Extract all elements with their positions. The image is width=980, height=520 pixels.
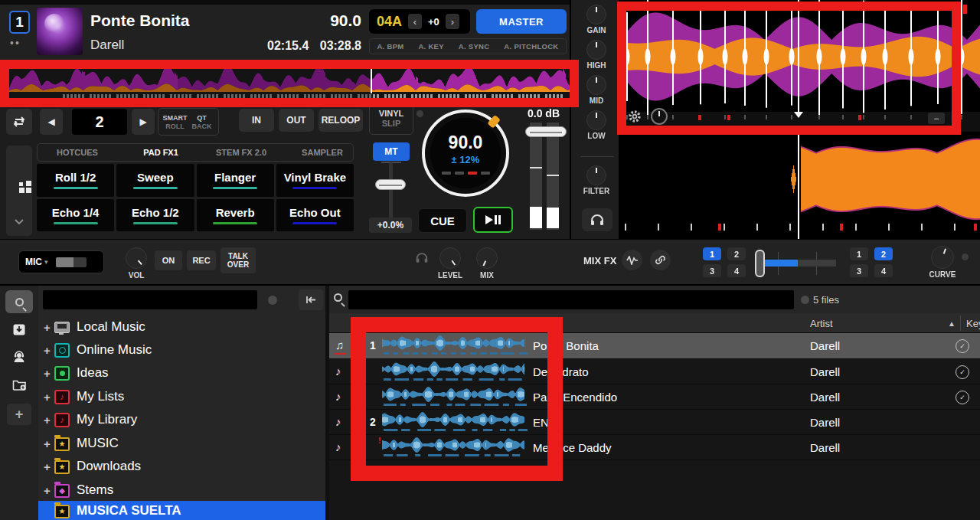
smart-roll-toggle[interactable]: SMART [163, 114, 188, 122]
pfl-headphones-button[interactable] [582, 208, 612, 231]
loop-button[interactable] [6, 109, 32, 135]
bpm-value[interactable]: 90.0 [291, 11, 361, 30]
crossfader-left-deck3[interactable]: 3 [703, 264, 721, 277]
check-icon[interactable]: ✓ [956, 391, 969, 404]
grid-view-icon[interactable] [19, 181, 31, 193]
track-row-me-dice-daddy[interactable]: ♪ ! Me Dice Daddy Darell [329, 435, 980, 460]
zoom-knob[interactable] [651, 108, 668, 125]
crossfader-right-deck2[interactable]: 2 [874, 247, 893, 260]
sidebar-item-my-lists[interactable]: + ♪ My Lists [38, 385, 325, 408]
back-button[interactable] [299, 289, 323, 310]
crossfader-right-deck4[interactable]: 4 [874, 264, 893, 277]
downloads-button[interactable] [5, 318, 33, 341]
pad-reverb[interactable]: Reverb [197, 199, 274, 232]
auto-bpm-toggle[interactable]: A. BPM [377, 42, 403, 51]
filter-knob[interactable] [586, 165, 606, 185]
talkover-button[interactable]: TALKOVER [220, 247, 256, 273]
time-display[interactable]: 02:15.4 03:28.8 [222, 39, 361, 53]
pitch-fader-handle[interactable] [375, 179, 406, 190]
column-artist[interactable]: Artist [810, 318, 833, 329]
chevron-down-icon[interactable] [15, 219, 24, 224]
mt-button[interactable]: MT [373, 142, 410, 161]
loop-in-button[interactable]: IN [239, 109, 274, 132]
qt-back-toggle-line2[interactable]: BACK [192, 123, 212, 130]
mixfx-wave-button[interactable] [622, 250, 642, 270]
sidebar-item-local-music[interactable]: + Local Music [38, 316, 325, 338]
sidebar-item-my-library[interactable]: + ♪ My Library [38, 408, 325, 431]
crossfader-handle[interactable] [755, 250, 765, 277]
cue-mix-knob[interactable] [476, 247, 498, 269]
key-value[interactable]: 04A [377, 14, 402, 30]
dj-school-button[interactable] [5, 345, 33, 368]
track-row-ponte-bonita[interactable]: ♫ 1 Ponte Bonita Darell ✓ [329, 333, 980, 359]
loop-double-button[interactable]: ▶ [132, 109, 155, 135]
jog-wheel[interactable]: 90.0 ± 12% [422, 110, 509, 197]
deck-number-badge[interactable]: 1 [9, 11, 30, 34]
record-button[interactable]: REC [187, 250, 216, 270]
tab-stem-fx[interactable]: STEM FX 2.0 [216, 148, 266, 157]
sidebar-item-stems[interactable]: + ◆ Stems [38, 479, 325, 502]
link-button[interactable] [650, 250, 671, 270]
crossfader-left-deck1[interactable]: 1 [703, 247, 721, 260]
pitch-value[interactable]: +0.0% [369, 217, 412, 233]
waveform-settings-gear-icon[interactable] [628, 110, 642, 123]
deck1-zoom-waveform[interactable] [620, 0, 980, 132]
search-mode-button[interactable] [5, 290, 33, 313]
column-key[interactable]: Key [966, 318, 980, 329]
loop-half-button[interactable]: ◀ [40, 109, 63, 135]
loop-beats-display[interactable]: 2 [72, 109, 127, 135]
play-pause-button[interactable] [473, 207, 513, 233]
cue-level-knob[interactable] [439, 247, 461, 269]
loop-out-button[interactable]: OUT [279, 109, 314, 132]
tracklist-search-input[interactable] [348, 290, 794, 309]
auto-pitchlock-toggle[interactable]: A. PITCHLOCK [504, 42, 558, 51]
curve-knob[interactable] [931, 246, 954, 269]
master-button[interactable]: MASTER [476, 9, 567, 34]
reloop-button[interactable]: RELOOP [318, 109, 363, 132]
mic-selector[interactable]: MIC ▾ [18, 250, 104, 273]
check-icon[interactable]: ✓ [956, 365, 969, 379]
check-icon[interactable]: ✓ [956, 339, 969, 353]
mic-vol-knob[interactable] [126, 247, 147, 269]
gain-knob[interactable] [586, 5, 606, 25]
tab-sampler[interactable]: SAMPLER [302, 148, 343, 157]
track-row-en4[interactable]: ♪ 2 EN4 Darell [329, 410, 980, 435]
low-knob[interactable] [586, 110, 606, 130]
high-knob[interactable] [586, 40, 606, 60]
add-playlist-button[interactable]: + [7, 404, 31, 425]
deck1-overview-waveform[interactable] [9, 67, 570, 101]
deck2-zoom-waveform[interactable] [620, 133, 980, 239]
smart-roll-toggle-line2[interactable]: ROLL [165, 123, 185, 130]
album-art[interactable] [37, 8, 83, 55]
sidebar-search-input[interactable] [43, 290, 257, 309]
key-down-button[interactable]: ‹ [408, 14, 422, 29]
qt-back-toggle[interactable]: QT [197, 114, 207, 122]
crossfader-left-deck4[interactable]: 4 [727, 264, 746, 277]
pad-sweep[interactable]: Sweep [116, 164, 194, 197]
pad-echo-quarter[interactable]: Echo 1/4 [37, 199, 114, 232]
sidebar-item-music[interactable]: + ★ MUSIC [38, 432, 325, 455]
zoom-out-button[interactable]: − [928, 113, 945, 124]
tab-hotcues[interactable]: HOTCUES [57, 148, 98, 157]
sidebar-item-ideas[interactable]: + Ideas [38, 361, 325, 384]
pad-echo-half[interactable]: Echo 1/2 [116, 199, 194, 232]
sidebar-item-musica-suelta[interactable]: ★ MUSICA SUELTA [38, 501, 325, 520]
auto-sync-toggle[interactable]: A. SYNC [459, 42, 490, 51]
vinyl-slip-button[interactable]: VINYL SLIP [369, 103, 413, 135]
crossfader-right-deck1[interactable]: 1 [850, 247, 868, 260]
column-title[interactable]: Title [533, 318, 551, 329]
pad-flanger[interactable]: Flanger [197, 164, 274, 197]
cue-button[interactable]: CUE [418, 208, 467, 233]
pad-roll-half[interactable]: Roll 1/2 [37, 164, 114, 197]
sidebar-item-downloads[interactable]: + ★ Downloads [38, 455, 325, 478]
pitch-fader-track[interactable] [389, 162, 393, 222]
tab-pad-fx1[interactable]: PAD FX1 [143, 148, 178, 157]
volume-fader-handle[interactable] [525, 126, 567, 137]
mic-on-button[interactable]: ON [155, 250, 182, 270]
track-row-deshidrato[interactable]: ♪ Deshidrato Darell ✓ [329, 359, 980, 384]
crossfader-right-deck3[interactable]: 3 [850, 264, 868, 277]
auto-key-toggle[interactable]: A. KEY [418, 42, 443, 51]
crossfader-left-deck2[interactable]: 2 [727, 247, 746, 260]
new-source-button[interactable] [5, 373, 33, 396]
key-up-button[interactable]: › [446, 14, 459, 29]
